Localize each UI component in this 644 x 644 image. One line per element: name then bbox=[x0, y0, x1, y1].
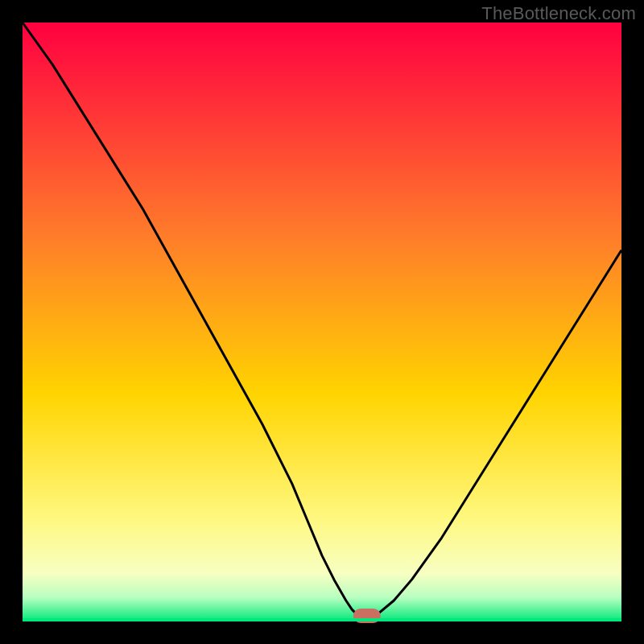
bottleneck-chart bbox=[0, 0, 644, 644]
baseline-accent bbox=[23, 618, 621, 621]
chart-frame: TheBottleneck.com bbox=[0, 0, 644, 644]
plot-gradient-background bbox=[23, 23, 621, 621]
watermark-text: TheBottleneck.com bbox=[481, 3, 636, 24]
